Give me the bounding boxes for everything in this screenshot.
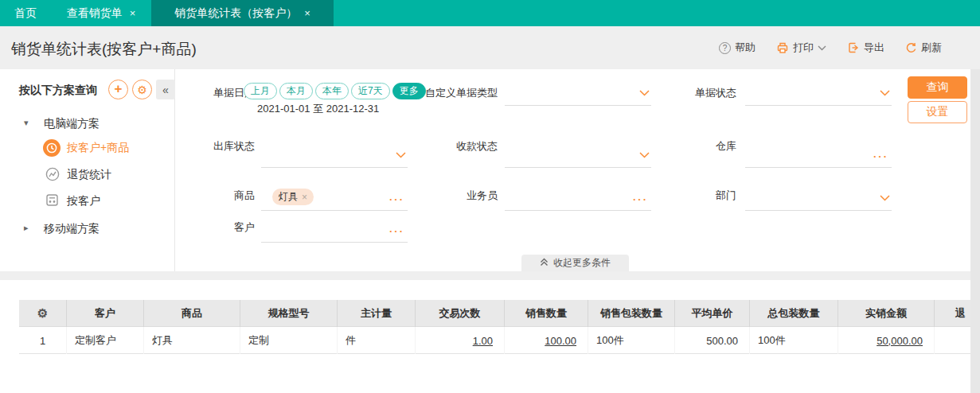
preset-this-month[interactable]: 本月: [279, 83, 313, 99]
refresh-icon: [905, 42, 917, 54]
table-header-row: ⚙ 客户 商品 规格型号 主计量 交易次数 销售数量 销售包装数量 平均单价 总…: [19, 300, 970, 327]
doc-type-select[interactable]: [505, 80, 651, 106]
product-picker[interactable]: 灯具 × ···: [261, 185, 408, 211]
help-icon: ?: [719, 42, 731, 54]
export-label: 导出: [864, 41, 884, 55]
preset-this-year[interactable]: 本年: [315, 83, 349, 99]
remove-tag-icon[interactable]: ×: [302, 192, 307, 203]
refresh-label: 刷新: [921, 41, 942, 55]
col-spec: 规格型号: [240, 300, 338, 327]
group-mobile-schemes[interactable]: ▸ 移动端方案: [0, 220, 175, 238]
cell-net-sales-amount: 50,000.00: [838, 327, 935, 354]
col-total-pkg-qty: 总包装数量: [750, 300, 838, 327]
collapse-more-conditions-button[interactable]: 收起更多条件: [521, 255, 629, 271]
collapse-sidebar-button[interactable]: «: [156, 80, 175, 99]
col-trade-count: 交易次数: [416, 300, 505, 327]
trade-count-link[interactable]: 1.00: [473, 335, 493, 347]
sidebar-item-label: 按客户+商品: [67, 141, 129, 155]
tab-bar: 首页 查看销货单 × 销货单统计表（按客户） ×: [0, 0, 980, 26]
cell-trade-count: 1.00: [416, 327, 505, 354]
print-button[interactable]: 打印: [776, 41, 826, 55]
filter-label-salesman: 业务员: [390, 189, 498, 203]
sales-qty-link[interactable]: 100.00: [545, 335, 576, 347]
filter-label-product: 商品: [175, 189, 255, 203]
double-chevron-up-icon: [540, 258, 549, 269]
settings-button[interactable]: 设置: [908, 101, 967, 123]
warehouse-picker[interactable]: ···: [745, 142, 892, 168]
ellipsis-picker-icon[interactable]: ···: [389, 225, 404, 237]
net-sales-amount-link[interactable]: 50,000.00: [877, 335, 923, 347]
results-table-panel: ⚙ 客户 商品 规格型号 主计量 交易次数 销售数量 销售包装数量 平均单价 总…: [0, 280, 970, 393]
refresh-button[interactable]: 刷新: [905, 41, 942, 55]
outbound-status-select[interactable]: [261, 142, 408, 168]
gear-icon[interactable]: ⚙: [37, 306, 48, 321]
tab-home[interactable]: 首页: [0, 0, 51, 26]
cell-sales-pkg-qty: 100件: [588, 327, 675, 354]
salesman-picker[interactable]: ···: [505, 185, 651, 211]
sidebar-item-returns-stats[interactable]: 退货统计: [0, 166, 175, 184]
caret-down-icon: ▾: [24, 118, 29, 128]
col-product: 商品: [144, 300, 240, 327]
printer-icon: [776, 41, 789, 54]
sidebar-item-label: 按客户: [67, 194, 100, 208]
filter-label-doc-status: 单据状态: [631, 86, 736, 100]
print-label: 打印: [793, 41, 814, 55]
filter-label-payment-status: 收款状态: [390, 139, 498, 154]
preset-last-7-days[interactable]: 近7天: [351, 83, 390, 99]
col-sales-pkg-qty: 销售包装数量: [588, 300, 675, 327]
cell-returns-truncated: [935, 327, 970, 354]
group-pc-schemes[interactable]: ▾ 电脑端方案: [0, 115, 175, 133]
results-table: ⚙ 客户 商品 规格型号 主计量 交易次数 销售数量 销售包装数量 平均单价 总…: [19, 300, 970, 354]
product-tag: 灯具 ×: [272, 189, 314, 205]
column-settings-header: ⚙: [19, 300, 67, 327]
close-icon[interactable]: ×: [130, 8, 136, 18]
help-button[interactable]: ? 帮助: [719, 41, 755, 55]
sidebar-item-by-customer-product[interactable]: 按客户+商品: [0, 139, 175, 157]
query-button[interactable]: 查询: [908, 76, 967, 99]
calculator-icon: [45, 193, 60, 210]
add-scheme-button[interactable]: +: [108, 80, 128, 99]
export-button[interactable]: 导出: [847, 41, 884, 55]
tab-sales-stats-by-customer[interactable]: 销货单统计表（按客户） ×: [151, 0, 334, 26]
tab-label: 查看销货单: [67, 6, 123, 21]
cell-avg-price: 500.00: [675, 327, 750, 354]
preset-last-month[interactable]: 上月: [244, 83, 277, 99]
app-root: 首页 查看销货单 × 销货单统计表（按客户） × 销货单统计表(按客户+商品) …: [0, 0, 980, 393]
group-label: 电脑端方案: [44, 117, 100, 131]
payment-status-select[interactable]: [505, 142, 651, 168]
scheme-sidebar: 按以下方案查询 + ⚙ « ▾ 电脑端方案 按客户+商品 退货统计 按客户: [0, 69, 175, 271]
filter-label-warehouse: 仓库: [631, 139, 736, 154]
col-returns-truncated: 退: [935, 300, 970, 327]
filter-panel: 单据日期 上月 本月 本年 近7天 更多 2021-01-01 至 2021-1…: [175, 69, 970, 271]
col-sales-qty: 销售数量: [505, 300, 588, 327]
ellipsis-picker-icon[interactable]: ···: [873, 150, 888, 162]
chevron-down-icon: [880, 87, 890, 99]
chevron-down-icon: [818, 45, 826, 51]
help-label: 帮助: [735, 41, 755, 55]
tab-view-sales-order[interactable]: 查看销货单 ×: [51, 0, 151, 26]
sidebar-item-label: 退货统计: [67, 168, 111, 182]
vertical-scrollbar[interactable]: [970, 69, 980, 393]
cell-main-unit: 件: [338, 327, 416, 354]
doc-status-select[interactable]: [745, 80, 892, 106]
table-row: 1 定制客户 灯具 定制 件 1.00 100.00 100件 500.00 1…: [19, 327, 970, 354]
customer-picker[interactable]: ···: [261, 217, 408, 243]
header-actions: ? 帮助 打印 导出 刷新: [719, 26, 942, 69]
group-label: 移动端方案: [44, 222, 100, 236]
department-select[interactable]: [745, 185, 892, 211]
col-main-unit: 主计量: [338, 300, 416, 327]
cell-total-pkg-qty: 100件: [750, 327, 838, 354]
product-tag-label: 灯具: [279, 190, 298, 204]
col-net-sales-amount: 实销金额: [838, 300, 935, 327]
close-icon[interactable]: ×: [304, 8, 310, 18]
filter-label-outbound-status: 出库状态: [175, 139, 255, 154]
cell-sales-qty: 100.00: [505, 327, 588, 354]
filter-label-customer: 客户: [175, 220, 255, 235]
scheme-settings-button[interactable]: ⚙: [132, 80, 152, 99]
caret-right-icon: ▸: [24, 223, 29, 233]
page-title: 销货单统计表(按客户+商品): [11, 39, 197, 60]
filter-label-doc-date: 单据日期: [175, 86, 255, 100]
date-range-value[interactable]: 2021-01-01 至 2021-12-31: [257, 102, 379, 116]
sidebar-item-by-customer[interactable]: 按客户: [0, 193, 175, 210]
cell-customer: 定制客户: [67, 327, 144, 354]
